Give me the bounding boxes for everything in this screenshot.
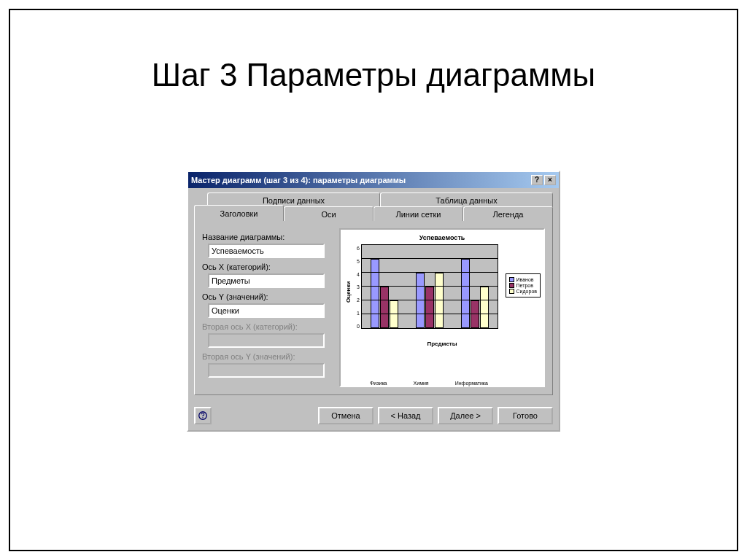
y-axis-label: Ось Y (значений): <box>202 292 333 301</box>
tab-gridlines[interactable]: Линии сетки <box>374 206 463 221</box>
tab-titles[interactable]: Заголовки <box>194 205 284 221</box>
finish-button[interactable]: Готово <box>498 407 553 424</box>
help-icon <box>198 411 208 421</box>
y-axis-input[interactable] <box>208 303 325 318</box>
chart-plot-area <box>361 244 498 329</box>
svg-point-1 <box>202 417 203 418</box>
back-button[interactable]: < Назад <box>378 407 433 424</box>
bar <box>371 259 379 328</box>
bar <box>480 287 489 328</box>
titlebar-text: Мастер диаграмм (шаг 3 из 4): параметры … <box>191 176 530 184</box>
chart-preview: Успеваемость Оценки 6543210 ФизикаХимияИ… <box>339 228 545 387</box>
x2-axis-label: Вторая ось X (категорий): <box>202 322 333 331</box>
tab-data-table[interactable]: Таблица данных <box>380 192 553 207</box>
chart-x-ticks: ФизикаХимияИнформатика <box>357 381 501 386</box>
tab-legend[interactable]: Легенда <box>463 206 553 221</box>
help-button[interactable] <box>194 407 212 424</box>
chart-title-label: Название диаграммы: <box>202 233 333 241</box>
help-titlebar-button[interactable]: ? <box>531 175 543 185</box>
chart-legend: ИвановПетровСидоров <box>506 273 541 298</box>
slide-title: Шаг 3 Параметры диаграммы <box>0 57 747 93</box>
cancel-button[interactable]: Отмена <box>318 407 374 424</box>
x-axis-input[interactable] <box>208 273 325 288</box>
y2-axis-input <box>208 363 325 378</box>
x2-axis-input <box>208 333 325 348</box>
chart-wizard-dialog: Мастер диаграмм (шаг 3 из 4): параметры … <box>187 171 560 432</box>
bar <box>461 259 470 328</box>
titlebar[interactable]: Мастер диаграмм (шаг 3 из 4): параметры … <box>188 172 559 188</box>
x-axis-label: Ось X (категорий): <box>202 262 333 271</box>
bar <box>380 287 389 328</box>
next-button[interactable]: Далее > <box>438 407 493 424</box>
chart-title-input[interactable] <box>208 244 325 258</box>
chart-x-label: Предметы <box>345 341 539 347</box>
chart-y-label: Оценки <box>345 244 354 339</box>
chart-title-text: Успеваемость <box>345 234 539 241</box>
y2-axis-label: Вторая ось Y (значений): <box>202 352 333 361</box>
tab-content: Название диаграммы: Ось X (категорий): О… <box>194 220 553 395</box>
close-button[interactable]: × <box>544 175 556 185</box>
bar <box>425 287 434 328</box>
chart-y-ticks: 6543210 <box>354 244 361 339</box>
tab-axes[interactable]: Оси <box>284 206 374 221</box>
